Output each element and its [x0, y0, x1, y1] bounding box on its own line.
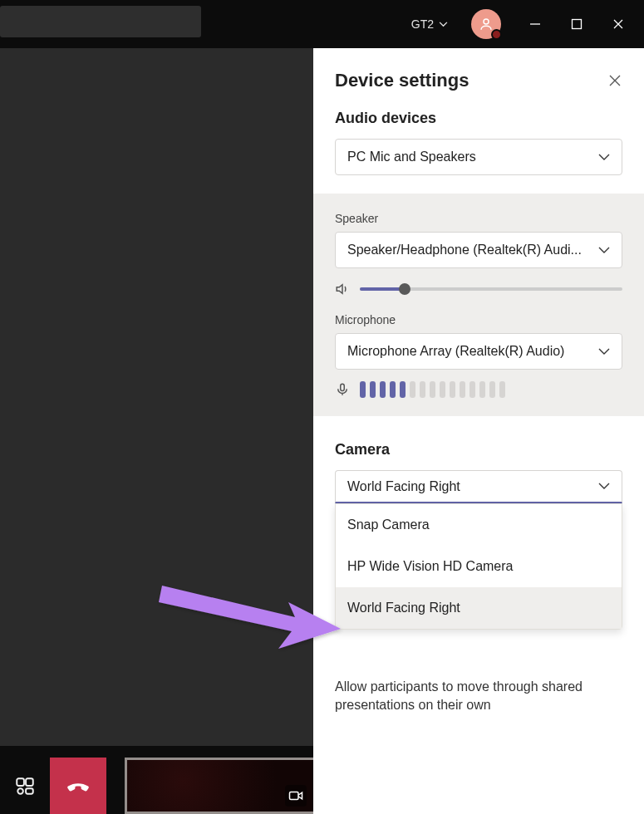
device-settings-panel: Device settings Audio devices PC Mic and… [313, 48, 644, 814]
mic-level-meter [360, 381, 505, 398]
microphone-icon [335, 382, 350, 397]
mic-level-row [335, 381, 622, 398]
meeting-bar [0, 746, 313, 814]
audio-section: Audio devices PC Mic and Speakers [313, 110, 644, 194]
mic-level-bar [420, 381, 425, 398]
close-icon [607, 73, 622, 88]
close-icon [612, 18, 624, 30]
chevron-down-icon [598, 247, 610, 254]
close-window-button[interactable] [599, 5, 637, 43]
maximize-icon [571, 18, 583, 30]
speaker-selected: Speaker/Headphone (Realtek(R) Audi... [347, 243, 582, 257]
microphone-section: Microphone Microphone Array (Realtek(R) … [313, 305, 644, 416]
mic-level-bar [390, 381, 396, 398]
camera-option[interactable]: World Facing Right [336, 587, 622, 629]
camera-selected-value: World Facing Right [347, 479, 460, 494]
volume-fill [360, 287, 405, 291]
chevron-down-icon [598, 154, 610, 161]
mic-level-bar [360, 381, 366, 398]
titlebar: GT2 [0, 0, 644, 48]
camera-toggle-chip[interactable] [285, 785, 307, 807]
mic-level-bar [489, 381, 495, 398]
svg-rect-7 [290, 792, 299, 800]
mic-level-bar [410, 381, 415, 398]
close-panel-button[interactable] [607, 73, 622, 88]
mic-level-bar [430, 381, 435, 398]
maximize-button[interactable] [558, 5, 596, 43]
svg-point-0 [484, 19, 489, 24]
mic-level-bar [440, 381, 445, 398]
microphone-selected: Microphone Array (Realtek(R) Audio) [347, 344, 564, 359]
hangup-button[interactable] [50, 758, 106, 814]
people-icon [14, 775, 36, 797]
avatar[interactable] [471, 9, 501, 39]
camera-icon [288, 790, 303, 802]
org-label: GT2 [411, 17, 434, 31]
svg-rect-2 [341, 384, 345, 390]
mic-level-bar [370, 381, 376, 398]
speaker-label: Speaker [335, 212, 622, 225]
camera-label: Camera [335, 441, 622, 458]
camera-option[interactable]: HP Wide Vision HD Camera [336, 546, 622, 587]
camera-preview [125, 758, 313, 814]
chevron-down-icon [598, 483, 610, 490]
people-button[interactable] [0, 758, 50, 814]
microphone-label: Microphone [335, 313, 622, 326]
sharing-helper-text: Allow participants to move through share… [335, 678, 622, 715]
audio-device-dropdown[interactable]: PC Mic and Speakers [335, 139, 622, 175]
chevron-down-icon [439, 22, 448, 27]
speaker-section: Speaker Speaker/Headphone (Realtek(R) Au… [313, 194, 644, 305]
panel-title: Device settings [335, 70, 469, 91]
mic-level-bar [499, 381, 505, 398]
svg-rect-1 [573, 20, 582, 29]
volume-slider[interactable] [360, 287, 622, 291]
svg-rect-6 [26, 788, 33, 794]
camera-option[interactable]: Snap Camera [336, 504, 622, 546]
minimize-icon [529, 18, 541, 30]
svg-point-5 [17, 788, 22, 794]
minimize-button[interactable] [516, 5, 554, 43]
mic-level-bar [469, 381, 475, 398]
chevron-down-icon [598, 348, 610, 356]
mic-level-bar [380, 381, 386, 398]
microphone-dropdown[interactable]: Microphone Array (Realtek(R) Audio) [335, 333, 622, 370]
person-icon [479, 17, 494, 32]
volume-icon [335, 282, 350, 297]
mic-level-bar [400, 381, 406, 398]
org-switcher[interactable]: GT2 [403, 14, 456, 34]
presence-dot [491, 29, 502, 40]
hangup-icon [64, 772, 92, 800]
speaker-dropdown[interactable]: Speaker/Headphone (Realtek(R) Audi... [335, 232, 622, 268]
panel-header: Device settings [313, 48, 644, 110]
camera-dropdown[interactable]: World Facing Right [335, 470, 622, 503]
audio-device-selected: PC Mic and Speakers [347, 150, 476, 164]
search-input[interactable] [0, 6, 201, 37]
camera-options-menu: Snap CameraHP Wide Vision HD CameraWorld… [335, 503, 622, 630]
svg-rect-3 [17, 778, 24, 786]
svg-rect-4 [26, 778, 33, 786]
camera-dropdown-wrap: World Facing Right Snap CameraHP Wide Vi… [335, 470, 622, 503]
camera-section: Camera World Facing Right Snap CameraHP … [313, 416, 644, 814]
mic-level-bar [460, 381, 465, 398]
volume-thumb[interactable] [399, 283, 410, 295]
mic-level-bar [450, 381, 455, 398]
mic-level-bar [479, 381, 485, 398]
audio-devices-label: Audio devices [335, 110, 622, 127]
speaker-volume-row [335, 282, 622, 297]
